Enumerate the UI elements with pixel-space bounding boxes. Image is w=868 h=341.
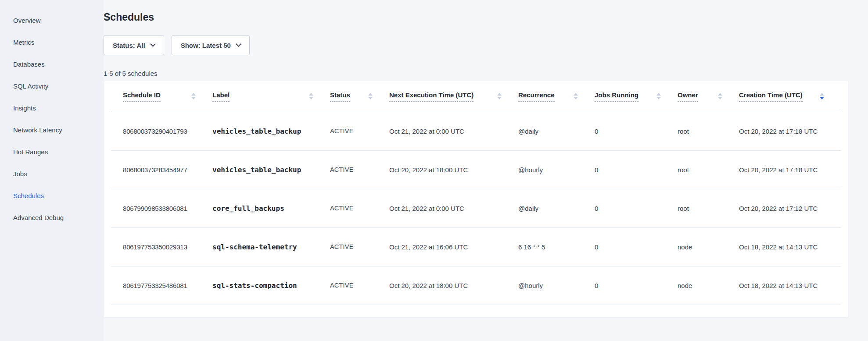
sidebar-item-databases[interactable]: Databases xyxy=(13,60,104,68)
cell-recurrence: @hourly xyxy=(518,150,595,189)
sidebar-item-network-latency[interactable]: Network Latency xyxy=(13,126,104,134)
column-header-schedule-id[interactable]: Schedule ID xyxy=(111,81,212,112)
cell-recurrence: @hourly xyxy=(518,266,595,305)
table-row[interactable]: 806800373283454977 vehicles_table_backup… xyxy=(111,150,841,189)
column-header-recurrence[interactable]: Recurrence xyxy=(518,81,595,112)
cell-recurrence: @daily xyxy=(518,189,595,227)
cell-next-execution: Oct 20, 2022 at 18:00 UTC xyxy=(389,150,518,189)
cell-schedule-id: 806197753350029313 xyxy=(111,227,212,266)
cell-schedule-id: 806800373290401793 xyxy=(111,112,212,150)
cell-jobs-running: 0 xyxy=(595,227,678,266)
cell-creation-time: Oct 20, 2022 at 17:12 UTC xyxy=(739,189,841,227)
cell-recurrence: @daily xyxy=(518,112,595,150)
cell-creation-time: Oct 20, 2022 at 17:18 UTC xyxy=(739,112,841,150)
results-summary: 1-5 of 5 schedules xyxy=(104,70,848,77)
sidebar-item-insights[interactable]: Insights xyxy=(13,104,104,112)
column-label: Schedule ID xyxy=(123,91,161,102)
cell-jobs-running: 0 xyxy=(595,150,678,189)
column-label: Next Execution Time (UTC) xyxy=(389,91,473,102)
cell-label: vehicles_table_backup xyxy=(212,150,330,189)
cell-owner: root xyxy=(678,150,739,189)
cell-recurrence: 6 16 * * 5 xyxy=(518,227,595,266)
column-header-label[interactable]: Label xyxy=(212,81,330,112)
schedules-table-card: Schedule ID Label Stat xyxy=(104,81,848,317)
cell-creation-time: Oct 20, 2022 at 17:18 UTC xyxy=(739,150,841,189)
sidebar-item-overview[interactable]: Overview xyxy=(13,16,104,25)
chevron-down-icon xyxy=(150,41,156,47)
cell-owner: root xyxy=(678,112,739,150)
cell-owner: node xyxy=(678,266,739,305)
filter-bar: Status: All Show: Latest 50 xyxy=(104,35,848,55)
cell-jobs-running: 0 xyxy=(595,189,678,227)
sidebar-item-schedules[interactable]: Schedules xyxy=(13,192,104,200)
cell-status: ACTIVE xyxy=(330,227,389,266)
cell-schedule-id: 806197753325486081 xyxy=(111,266,212,305)
sort-icon[interactable] xyxy=(368,93,373,99)
cell-label: sql-schema-telemetry xyxy=(212,227,330,266)
column-label: Status xyxy=(330,91,350,102)
cell-creation-time: Oct 18, 2022 at 14:13 UTC xyxy=(739,227,841,266)
table-row[interactable]: 806799098533806081 core_full_backups ACT… xyxy=(111,189,841,227)
app-root: Overview Metrics Databases SQL Activity … xyxy=(0,0,868,341)
column-header-status[interactable]: Status xyxy=(330,81,389,112)
column-header-jobs-running[interactable]: Jobs Running xyxy=(595,81,678,112)
cell-next-execution: Oct 21, 2022 at 16:06 UTC xyxy=(389,227,518,266)
schedules-table: Schedule ID Label Stat xyxy=(111,81,841,305)
show-filter-dropdown[interactable]: Show: Latest 50 xyxy=(172,35,250,55)
sort-icon[interactable] xyxy=(574,93,578,99)
sidebar-item-metrics[interactable]: Metrics xyxy=(13,38,104,46)
cell-schedule-id: 806799098533806081 xyxy=(111,189,212,227)
cell-status: ACTIVE xyxy=(330,189,389,227)
sort-icon[interactable] xyxy=(497,93,502,99)
cell-schedule-id: 806800373283454977 xyxy=(111,150,212,189)
cell-next-execution: Oct 20, 2022 at 18:00 UTC xyxy=(389,266,518,305)
cell-jobs-running: 0 xyxy=(595,112,678,150)
sidebar-nav: Overview Metrics Databases SQL Activity … xyxy=(0,0,104,341)
table-row[interactable]: 806197753350029313 sql-schema-telemetry … xyxy=(111,227,841,266)
sort-icon-active-desc[interactable] xyxy=(820,93,824,99)
table-header-row: Schedule ID Label Stat xyxy=(111,81,841,112)
column-label: Owner xyxy=(678,91,698,102)
show-filter-label: Show: Latest 50 xyxy=(181,42,231,49)
status-filter-dropdown[interactable]: Status: All xyxy=(104,35,164,55)
page-title: Schedules xyxy=(104,11,848,24)
cell-status: ACTIVE xyxy=(330,266,389,305)
column-header-owner[interactable]: Owner xyxy=(678,81,739,112)
cell-status: ACTIVE xyxy=(330,150,389,189)
table-row[interactable]: 806197753325486081 sql-stats-compaction … xyxy=(111,266,841,305)
chevron-down-icon xyxy=(236,41,241,47)
cell-status: ACTIVE xyxy=(330,112,389,150)
cell-creation-time: Oct 18, 2022 at 14:13 UTC xyxy=(739,266,841,305)
table-row[interactable]: 806800373290401793 vehicles_table_backup… xyxy=(111,112,841,150)
cell-owner: node xyxy=(678,227,739,266)
column-header-creation-time[interactable]: Creation Time (UTC) xyxy=(739,81,841,112)
sort-icon[interactable] xyxy=(309,93,313,99)
column-label: Label xyxy=(212,91,230,102)
column-header-next-execution-time[interactable]: Next Execution Time (UTC) xyxy=(389,81,518,112)
sidebar-item-advanced-debug[interactable]: Advanced Debug xyxy=(13,213,104,222)
sidebar-item-sql-activity[interactable]: SQL Activity xyxy=(13,82,104,90)
sort-icon[interactable] xyxy=(191,93,196,99)
cell-label: sql-stats-compaction xyxy=(212,266,330,305)
cell-label: core_full_backups xyxy=(212,189,330,227)
cell-label: vehicles_table_backup xyxy=(212,112,330,150)
cell-jobs-running: 0 xyxy=(595,266,678,305)
cell-next-execution: Oct 21, 2022 at 0:00 UTC xyxy=(389,112,518,150)
cell-owner: root xyxy=(678,189,739,227)
sort-icon[interactable] xyxy=(656,93,661,99)
main-content: Schedules Status: All Show: Latest 50 1-… xyxy=(104,0,868,341)
sidebar-item-jobs[interactable]: Jobs xyxy=(13,170,104,178)
sort-icon[interactable] xyxy=(718,93,722,99)
status-filter-label: Status: All xyxy=(113,42,145,49)
column-label: Creation Time (UTC) xyxy=(739,91,803,102)
column-label: Recurrence xyxy=(518,91,555,102)
column-label: Jobs Running xyxy=(595,91,638,102)
sidebar-item-hot-ranges[interactable]: Hot Ranges xyxy=(13,148,104,156)
cell-next-execution: Oct 21, 2022 at 0:00 UTC xyxy=(389,189,518,227)
